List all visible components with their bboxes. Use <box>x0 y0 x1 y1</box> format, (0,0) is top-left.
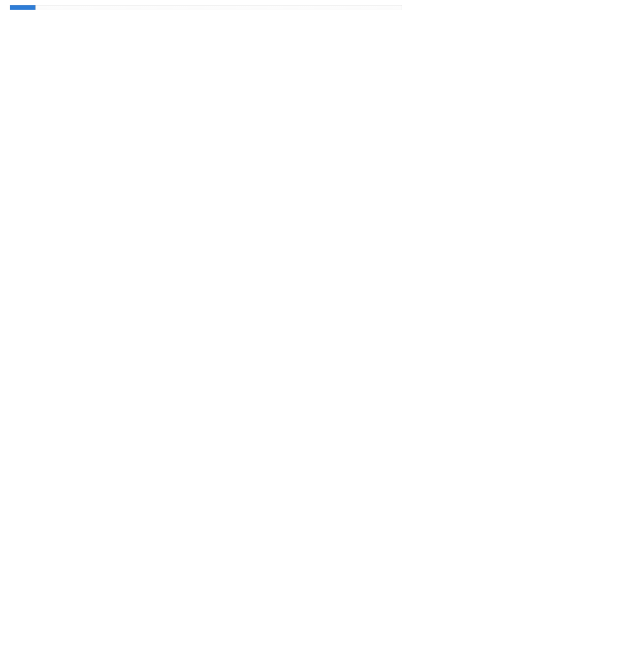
trigger-title: 手動でフローをトリガーします <box>35 5 402 10</box>
trigger-card[interactable]: 手動でフローをトリガーします <box>10 5 402 10</box>
trigger-icon <box>10 5 35 10</box>
